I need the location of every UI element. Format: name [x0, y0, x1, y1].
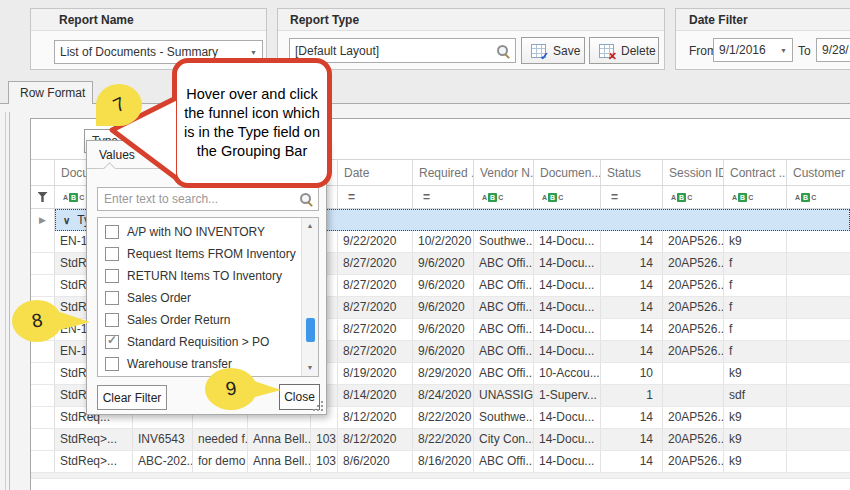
grid-cell-vendor[interactable]: ABC Offi...	[474, 297, 534, 318]
grid-cell-customer[interactable]	[787, 451, 850, 472]
grid-cell-doc[interactable]: StdReq>...	[55, 451, 133, 472]
grid-cell-session[interactable]	[663, 363, 724, 384]
grid-cell-session[interactable]: 20AP526...	[663, 231, 724, 252]
grid-cell-required[interactable]: 8/24/2020	[413, 385, 474, 406]
grid-cell-ref[interactable]: INV6543	[133, 429, 193, 450]
grid-cell-doctype[interactable]: 14-Docu...	[534, 319, 601, 340]
grid-cell-date[interactable]: 8/12/2020	[338, 407, 413, 428]
equals-filter-icon[interactable]: =	[611, 190, 618, 204]
grid-cell-vendor[interactable]: ABC Offi...	[474, 319, 534, 340]
grid-cell-date[interactable]: 8/12/2020	[338, 429, 413, 450]
search-icon[interactable]	[496, 44, 510, 58]
grid-cell-customer[interactable]	[787, 231, 850, 252]
column-header-customer[interactable]: Customer	[787, 160, 850, 185]
grid-cell-doctype[interactable]: 14-Docu...	[534, 253, 601, 274]
grid-cell-date[interactable]: 8/27/2020	[338, 275, 413, 296]
checkbox[interactable]	[105, 313, 119, 327]
grid-cell-contract[interactable]: f	[724, 341, 787, 362]
scrollbar-thumb[interactable]	[306, 318, 315, 342]
grid-cell-date[interactable]: 8/27/2020	[338, 253, 413, 274]
column-header-status[interactable]: Status	[601, 160, 663, 185]
row-expander-cell[interactable]: ▶	[31, 209, 55, 231]
grid-cell-vendor[interactable]: ABC Offi...	[474, 363, 534, 384]
grid-cell-required[interactable]: 8/16/2020	[413, 451, 474, 472]
grid-cell-doctype[interactable]: 14-Docu...	[534, 407, 601, 428]
filter-item[interactable]: RETURN Items TO Inventory	[98, 265, 301, 287]
report-type-input[interactable]	[290, 44, 496, 58]
grid-cell-doctype[interactable]: 10-Accou...	[534, 363, 601, 384]
filter-cell-session[interactable]: ABC	[663, 186, 724, 208]
grid-cell-required[interactable]: 9/6/2020	[413, 297, 474, 318]
grid-cell-session[interactable]: 20AP526...	[663, 275, 724, 296]
grid-cell-date[interactable]: 8/27/2020	[338, 341, 413, 362]
grid-cell-doctype[interactable]: 1-Superv...	[534, 385, 601, 406]
checkbox[interactable]	[105, 269, 119, 283]
grid-cell-required[interactable]: 9/6/2020	[413, 319, 474, 340]
abc-filter-icon[interactable]: ABC	[732, 193, 753, 202]
grid-cell-required[interactable]: 9/6/2020	[413, 275, 474, 296]
checkbox[interactable]	[105, 247, 119, 261]
grid-cell-vendor[interactable]: ABC Offi...	[474, 253, 534, 274]
column-header-vendor[interactable]: Vendor N...	[474, 160, 534, 185]
grid-cell-date[interactable]: 8/6/2020	[338, 451, 413, 472]
grid-cell-status[interactable]: 1	[601, 385, 663, 406]
table-row[interactable]: StdReq>...ABC-202...for demoAnna Bell...…	[31, 451, 850, 473]
grid-cell-contract[interactable]: sdf	[724, 385, 787, 406]
grid-cell-date[interactable]: 8/27/2020	[338, 319, 413, 340]
grid-cell-date[interactable]: 8/27/2020	[338, 297, 413, 318]
grid-cell-vendor[interactable]: UNASSIG...	[474, 385, 534, 406]
grid-cell-contract[interactable]: k9	[724, 407, 787, 428]
grid-cell-qty[interactable]: 103	[311, 451, 338, 472]
column-header-doctype[interactable]: Documen...	[534, 160, 601, 185]
grid-cell-contract[interactable]: f	[724, 319, 787, 340]
grid-cell-doctype[interactable]: 14-Docu...	[534, 231, 601, 252]
checkbox[interactable]	[105, 291, 119, 305]
grid-cell-date[interactable]: 8/19/2020	[338, 363, 413, 384]
save-button[interactable]: ✓ Save	[521, 37, 585, 64]
grid-cell-required[interactable]: 9/6/2020	[413, 253, 474, 274]
column-header-date[interactable]: Date	[338, 160, 413, 185]
grid-cell-required[interactable]: 10/2/2020	[413, 231, 474, 252]
filter-item[interactable]: Request Items FROM Inventory	[98, 243, 301, 265]
grid-cell-contract[interactable]: k9	[724, 429, 787, 450]
grid-cell-person[interactable]: Anna Bell...	[248, 451, 311, 472]
grid-cell-customer[interactable]	[787, 407, 850, 428]
grid-cell-vendor[interactable]: ABC Offi...	[474, 341, 534, 362]
scroll-up-icon[interactable]: ▲	[302, 218, 318, 234]
filter-cell-customer[interactable]: ABC	[787, 186, 850, 208]
collapse-chevron-icon[interactable]: ∨	[63, 215, 70, 226]
column-header-contract[interactable]: Contract ...	[724, 160, 787, 185]
grid-cell-status[interactable]: 14	[601, 253, 663, 274]
column-header-required[interactable]: Required ...	[413, 160, 474, 185]
filter-item[interactable]: Standard Requisition > PO	[98, 331, 301, 353]
to-date-field[interactable]: 9/28/	[816, 38, 850, 62]
abc-filter-icon[interactable]: ABC	[671, 193, 692, 202]
grid-cell-doc[interactable]: StdReq>...	[55, 429, 133, 450]
filter-cell-date[interactable]: =	[338, 186, 413, 208]
grid-cell-ref[interactable]: ABC-202...	[133, 451, 193, 472]
grid-cell-date[interactable]: 8/14/2020	[338, 385, 413, 406]
grid-cell-session[interactable]: 20AP526...	[663, 451, 724, 472]
abc-filter-icon[interactable]: ABC	[482, 193, 503, 202]
grid-cell-status[interactable]: 14	[601, 319, 663, 340]
filter-item[interactable]: A/P with NO INVENTORY	[98, 221, 301, 243]
grid-cell-doctype[interactable]: 14-Docu...	[534, 341, 601, 362]
grid-cell-customer[interactable]	[787, 275, 850, 296]
grid-cell-qty[interactable]: 103	[311, 429, 338, 450]
grid-cell-customer[interactable]	[787, 363, 850, 384]
grid-cell-date[interactable]: 9/22/2020	[338, 231, 413, 252]
grid-cell-doctype[interactable]: 14-Docu...	[534, 275, 601, 296]
grid-cell-session[interactable]: 20AP526...	[663, 319, 724, 340]
grid-cell-customer[interactable]	[787, 297, 850, 318]
grid-cell-vendor[interactable]: Southwe...	[474, 231, 534, 252]
filter-item[interactable]: Sales Order Return	[98, 309, 301, 331]
grid-cell-note[interactable]: for demo	[193, 451, 248, 472]
grid-cell-contract[interactable]: f	[724, 297, 787, 318]
filter-cell-required[interactable]: =	[413, 186, 474, 208]
grid-cell-status[interactable]: 14	[601, 429, 663, 450]
scrollbar[interactable]: ▲ ▼	[301, 218, 318, 376]
grid-cell-required[interactable]: 8/22/2020	[413, 407, 474, 428]
clear-filter-button[interactable]: Clear Filter	[97, 385, 167, 410]
resize-grip[interactable]	[312, 400, 323, 411]
from-date-combobox[interactable]: 9/1/2016 ▼	[713, 38, 793, 62]
